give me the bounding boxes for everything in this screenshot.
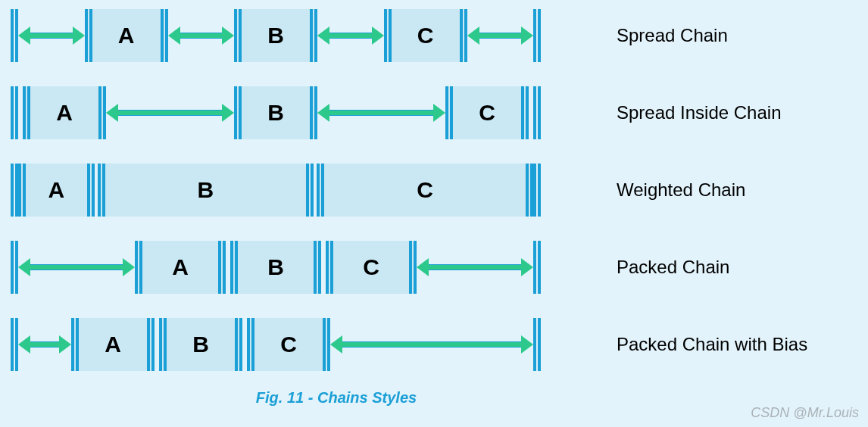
chain-box: C	[384, 9, 467, 62]
figure-caption: Fig. 11 - Chains Styles	[11, 389, 662, 407]
spacer-arrow-icon	[18, 318, 71, 371]
endpoint-icon	[11, 86, 18, 139]
box-label: B	[267, 100, 284, 126]
spacer-arrow-icon	[18, 9, 85, 62]
box-label: C	[417, 23, 434, 48]
chain-style-label: Packed Chain with Bias	[617, 334, 807, 355]
chain-row-spread-inside: A B C Spread Inside Chain	[11, 86, 868, 139]
chain-box: A	[18, 164, 95, 217]
watermark-text: CSDN @Mr.Louis	[751, 405, 859, 421]
box-label: A	[48, 177, 64, 203]
chain-diagram: A B C	[11, 318, 541, 371]
spacer-arrow-icon	[417, 241, 533, 294]
spacer-arrow-icon	[317, 86, 445, 139]
chain-box: B	[234, 86, 317, 139]
chain-row-packed-bias: A B C Packed Chain with Bias	[11, 318, 868, 371]
spacer-arrow-icon	[18, 241, 135, 294]
box-label: B	[267, 254, 284, 280]
chain-box: B	[98, 164, 314, 217]
endpoint-icon	[11, 164, 18, 217]
endpoint-icon	[533, 318, 541, 371]
chain-style-label: Spread Inside Chain	[617, 102, 781, 123]
chain-box: C	[247, 318, 330, 371]
box-label: C	[363, 254, 379, 280]
chain-box: C	[445, 86, 529, 139]
chain-diagram: A B C	[11, 241, 541, 294]
spacer-arrow-icon	[330, 318, 533, 371]
chain-row-spread: A B C Spread Chain	[11, 9, 868, 62]
box-label: A	[105, 332, 121, 357]
chain-diagram: A B C	[11, 9, 541, 62]
endpoint-icon	[533, 241, 541, 294]
box-label: A	[172, 254, 189, 280]
chain-style-label: Spread Chain	[617, 25, 728, 46]
chain-box: B	[159, 318, 242, 371]
chain-row-packed: A B C Packed Chain	[11, 241, 868, 294]
chain-box: B	[234, 9, 317, 62]
chain-box: C	[317, 164, 533, 217]
box-label: A	[56, 100, 73, 126]
chain-box: B	[230, 241, 321, 294]
box-label: B	[192, 332, 209, 357]
chain-box: A	[71, 318, 155, 371]
spacer-arrow-icon	[317, 9, 384, 62]
box-label: C	[280, 332, 297, 357]
chain-box: A	[85, 9, 168, 62]
chain-diagram: A B C	[11, 164, 541, 217]
box-label: C	[417, 177, 433, 203]
box-label: A	[118, 23, 135, 48]
chain-row-weighted: A B C Weighted Chain	[11, 164, 868, 217]
chain-style-label: Weighted Chain	[617, 179, 745, 201]
box-label: B	[198, 177, 214, 203]
box-label: C	[479, 100, 495, 126]
chain-style-label: Packed Chain	[617, 257, 729, 278]
endpoint-icon	[11, 318, 18, 371]
spacer-arrow-icon	[168, 9, 235, 62]
chain-box: A	[23, 86, 106, 139]
spacer-arrow-icon	[106, 86, 234, 139]
chain-box: C	[326, 241, 417, 294]
chain-box: A	[135, 241, 226, 294]
chain-diagram: A B C	[11, 86, 541, 139]
endpoint-icon	[11, 241, 18, 294]
endpoint-icon	[533, 9, 541, 62]
endpoint-icon	[11, 9, 18, 62]
endpoint-icon	[533, 86, 541, 139]
endpoint-icon	[533, 164, 541, 217]
box-label: B	[267, 23, 284, 48]
spacer-arrow-icon	[467, 9, 534, 62]
